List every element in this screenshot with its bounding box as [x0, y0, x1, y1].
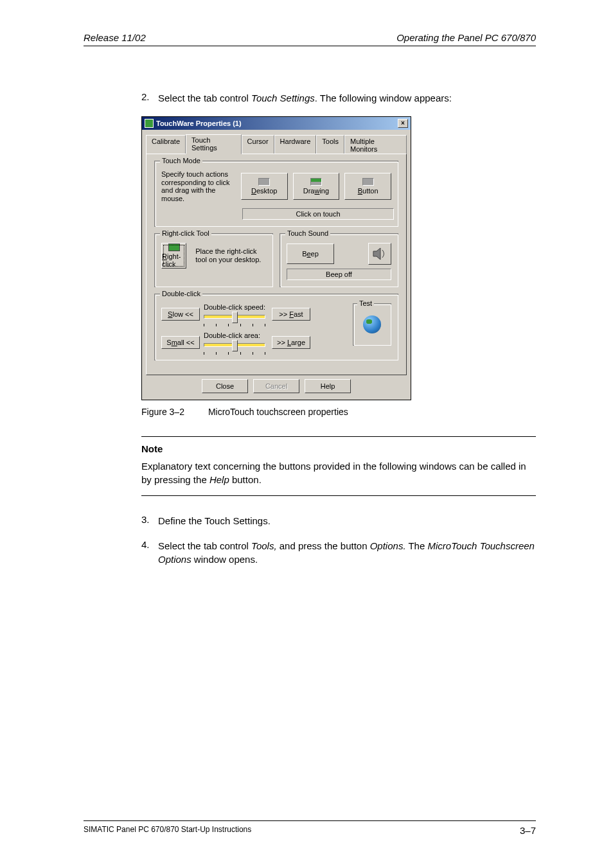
step-4: 4. Select the tab control Tools, and pre…	[141, 539, 536, 566]
footer-left: SIMATIC Panel PC 670/870 Start-Up Instru…	[84, 825, 251, 836]
group-title: Touch Mode	[160, 157, 202, 164]
touchware-properties-dialog: TouchWare Properties (1) × Calibrate Tou…	[141, 116, 411, 400]
dialog-button-row: Close Cancel Help	[142, 379, 411, 400]
tab-strip: Calibrate Touch Settings Cursor Hardware…	[142, 130, 411, 154]
titlebar: TouchWare Properties (1) ×	[142, 117, 411, 130]
figure-caption: Figure 3–2 MicroTouch touchscreen proper…	[141, 407, 536, 417]
right-click-button[interactable]: Right-click	[161, 243, 186, 269]
footer-right: 3–7	[520, 825, 536, 836]
svg-marker-0	[373, 248, 380, 260]
figure-text: MicroTouch touchscreen properties	[208, 407, 348, 417]
group-title: Double-click	[160, 290, 202, 297]
globe-icon[interactable]	[363, 315, 381, 333]
step-text: Select the tab control Tools, and press …	[158, 539, 536, 566]
small-button[interactable]: Small <<	[161, 336, 200, 349]
step-3: 3. Define the Touch Settings.	[141, 514, 536, 527]
group-title: Right-click Tool	[160, 229, 211, 237]
header-left: Release 11/02	[84, 32, 146, 43]
window-title: TouchWare Properties (1)	[156, 120, 242, 127]
step-number: 2.	[141, 91, 158, 105]
large-button[interactable]: >> Large	[272, 336, 310, 349]
test-group: Test	[353, 303, 391, 346]
step-number: 4.	[141, 539, 158, 566]
tab-multiple-monitors[interactable]: Multiple Monitors	[344, 135, 407, 155]
drawing-icon	[310, 178, 322, 186]
touch-sound-status: Beep off	[287, 269, 391, 280]
right-click-group: Right-click Tool Right-click Place the r…	[154, 233, 273, 287]
close-button[interactable]: Close	[202, 379, 248, 393]
area-label: Double-click area:	[204, 332, 268, 339]
touch-sound-group: Touch Sound Beep Beep off	[280, 233, 398, 287]
step-2: 2. Select the tab control Touch Settings…	[141, 91, 536, 105]
help-button[interactable]: Help	[305, 379, 351, 393]
note-block: Note Explanatory text concerning the but…	[141, 436, 536, 496]
double-click-group: Double-click Slow << Double-click speed:	[154, 294, 398, 360]
drawing-mode-button[interactable]: Drawing	[293, 173, 340, 200]
app-icon	[145, 119, 154, 128]
button-mode-button[interactable]: Button	[344, 173, 391, 200]
fast-button[interactable]: >> Fast	[272, 308, 310, 321]
figure-label: Figure 3–2	[141, 407, 206, 417]
note-title: Note	[141, 443, 536, 454]
area-slider[interactable]	[204, 339, 265, 353]
tab-cursor[interactable]: Cursor	[242, 135, 274, 155]
right-click-desc: Place the right-click tool on your deskt…	[195, 247, 266, 263]
right-click-icon	[168, 244, 180, 251]
page-header: Release 11/02 Operating the Panel PC 670…	[84, 32, 536, 46]
close-icon[interactable]: ×	[398, 119, 408, 128]
header-right: Operating the Panel PC 670/870	[396, 32, 536, 43]
touch-mode-group: Touch Mode Specify touch actions corresp…	[154, 161, 398, 227]
tab-panel: Touch Mode Specify touch actions corresp…	[146, 154, 407, 375]
tab-calibrate[interactable]: Calibrate	[146, 135, 186, 155]
step-text: Define the Touch Settings.	[158, 514, 536, 527]
touch-mode-desc: Specify touch actions corresponding to c…	[161, 170, 236, 203]
page-footer: SIMATIC Panel PC 670/870 Start-Up Instru…	[84, 820, 536, 836]
speed-label: Double-click speed:	[204, 303, 268, 311]
desktop-icon	[258, 178, 270, 186]
slow-button[interactable]: Slow <<	[161, 308, 200, 321]
test-title: Test	[357, 299, 374, 307]
group-title: Touch Sound	[285, 229, 330, 237]
step-number: 3.	[141, 514, 158, 527]
touch-mode-status: Click on touch	[242, 208, 394, 220]
tab-hardware[interactable]: Hardware	[274, 135, 317, 155]
desktop-mode-button[interactable]: Desktop	[241, 173, 288, 200]
note-body: Explanatory text concerning the buttons …	[141, 459, 536, 486]
beep-button[interactable]: Beep	[287, 244, 334, 264]
tab-tools[interactable]: Tools	[316, 135, 344, 155]
speed-slider[interactable]	[204, 311, 265, 325]
button-icon	[362, 178, 374, 186]
tab-touch-settings[interactable]: Touch Settings	[186, 134, 242, 154]
speaker-icon	[368, 243, 391, 265]
step-text: Select the tab control Touch Settings. T…	[158, 91, 536, 105]
cancel-button: Cancel	[253, 379, 299, 393]
